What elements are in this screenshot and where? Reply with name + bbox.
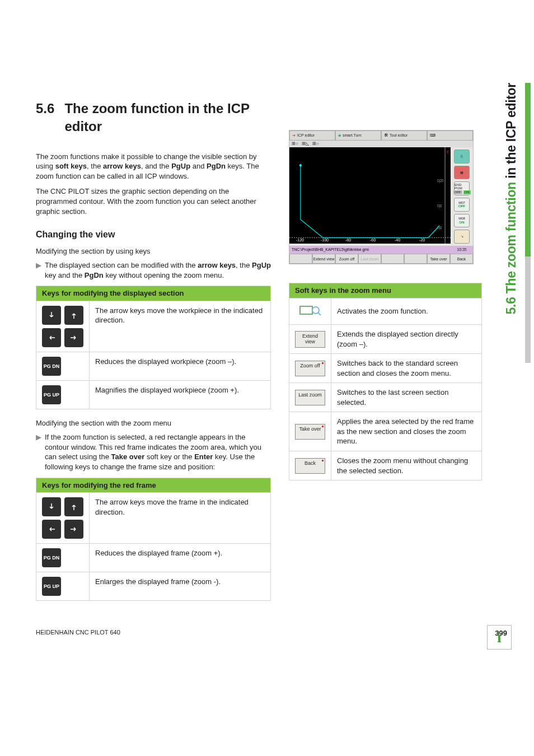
- arrow-down-key: [42, 497, 61, 516]
- softkey-back: Back: [295, 458, 325, 474]
- svg-line-9: [318, 312, 321, 315]
- pgdn-key: PG DN: [42, 548, 61, 567]
- arrow-left-key: [42, 328, 61, 347]
- info-icon: i: [487, 625, 512, 650]
- svg-text:0|20: 0|20: [437, 179, 444, 183]
- bullet-mod-menu: ▶ If the zoom function is selected, a re…: [36, 432, 271, 472]
- pgdn-key: PG DN: [42, 357, 61, 376]
- intro-paragraph-1: The zoom functions make it possible to c…: [36, 152, 271, 181]
- bullet-mod-keys: ▶ The displayed section can be modified …: [36, 260, 271, 280]
- arrow-up-key: [64, 497, 83, 516]
- pgup-key: PG UP: [42, 577, 61, 596]
- zoom-activate-icon: [299, 303, 321, 318]
- side-progress-bar: [525, 83, 531, 363]
- svg-point-6: [299, 164, 302, 166]
- softkey-zoom-off: Zoom off: [295, 361, 325, 376]
- svg-text:0|0: 0|0: [437, 204, 442, 208]
- pgup-key: PG UP: [42, 385, 61, 404]
- side-tab-title: 5.6 The zoom function in the ICP editor: [503, 83, 520, 314]
- arrow-down-key: [42, 306, 61, 325]
- table-keys-section: Keys for modifying the displayed section…: [36, 286, 271, 409]
- svg-text:0|0: 0|0: [437, 226, 442, 230]
- icp-editor-screenshot: ➔ICP editor ◆smart.Turn 🛠Tool editor ⌨ ⊞…: [289, 130, 474, 264]
- page-footer: HEIDENHAIN CNC PILOT 640 399: [36, 628, 507, 638]
- softkey-take-over: Take over: [295, 424, 325, 440]
- triangle-icon: ▶: [36, 260, 41, 280]
- mod-keys-heading: Modifying the section by using keys: [36, 246, 271, 256]
- mod-menu-heading: Modifying the section with the zoom menu: [36, 418, 271, 428]
- table-keys-frame: Keys for modifying the red frame The arr…: [36, 478, 271, 601]
- softkey-extend-view: Extend view: [295, 331, 325, 348]
- arrow-right-key: [64, 328, 83, 347]
- softkey-last-zoom: Last zoom: [295, 390, 325, 405]
- arrow-right-key: [64, 520, 83, 539]
- triangle-icon: ▶: [36, 432, 41, 472]
- table-softkeys: Soft keys in the zoom menu Activates the…: [289, 283, 482, 480]
- arrow-left-key: [42, 520, 61, 539]
- intro-paragraph-2: The CNC PILOT sizes the graphic section …: [36, 186, 271, 216]
- svg-text:X: X: [446, 149, 449, 154]
- arrow-up-key: [64, 306, 83, 325]
- svg-rect-7: [300, 306, 312, 314]
